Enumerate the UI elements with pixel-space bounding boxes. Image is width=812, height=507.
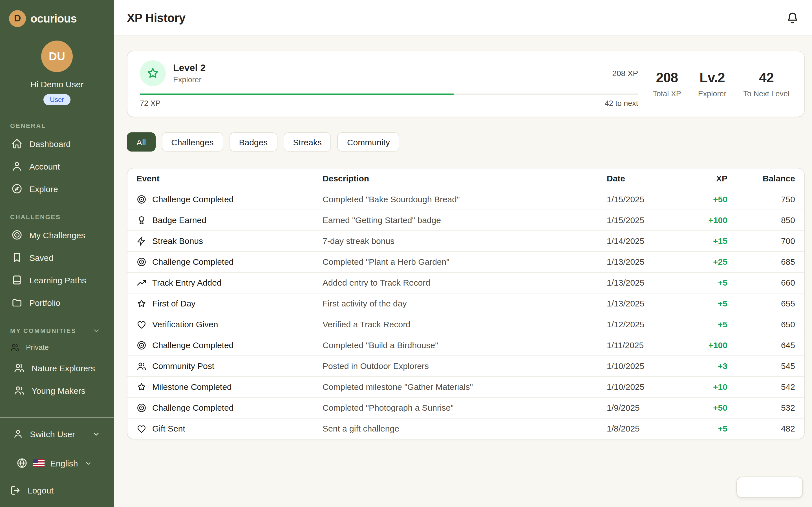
event-cell: First of Day — [137, 298, 305, 308]
column-header-balance: Balance — [737, 168, 804, 189]
app-window: D ocurious DU Hi Demo User User GENERALD… — [0, 0, 812, 507]
balance-cell: 750 — [737, 189, 804, 210]
stat-value: 42 — [743, 70, 790, 86]
chevron-down-icon — [93, 327, 100, 335]
xp-cell: +15 — [675, 230, 737, 251]
users-icon — [13, 385, 25, 396]
sidebar-item-dashboard[interactable]: Dashboard — [0, 132, 114, 155]
zap-icon — [137, 236, 147, 246]
star-icon — [146, 66, 160, 80]
sidebar-item-saved[interactable]: Saved — [0, 246, 114, 269]
nav-section-general: GENERALDashboardAccountExplore — [0, 119, 114, 200]
level-star-badge — [140, 60, 166, 86]
balance-cell: 650 — [737, 314, 804, 335]
target-icon — [137, 402, 147, 413]
event-cell: Verification Given — [137, 319, 305, 329]
balance-cell: 532 — [737, 397, 804, 418]
stat-to-next-level: 42To Next Level — [743, 70, 790, 98]
sidebar-item-private[interactable]: Private — [0, 337, 114, 356]
description-cell: Verified a Track Record — [313, 314, 598, 335]
filter-all[interactable]: All — [127, 132, 155, 152]
xp-cell: +10 — [675, 376, 737, 397]
balance-cell: 655 — [737, 293, 804, 314]
table-row: Gift SentSent a gift challenge1/8/2025+5… — [128, 418, 804, 439]
target-icon — [137, 257, 147, 267]
balance-cell: 645 — [737, 335, 804, 355]
balance-cell: 660 — [737, 272, 804, 293]
filter-community[interactable]: Community — [338, 132, 400, 152]
date-cell: 1/10/2025 — [598, 376, 675, 397]
stat-value: Lv.2 — [698, 70, 726, 86]
balance-cell: 685 — [737, 251, 804, 272]
event-cell: Milestone Completed — [137, 382, 305, 392]
user-icon — [13, 429, 23, 439]
xp-progress-bar — [140, 94, 638, 95]
date-cell: 1/15/2025 — [598, 210, 675, 230]
nav-section-label[interactable]: MY COMMUNITIES — [0, 324, 114, 337]
table-row: Challenge CompletedCompleted "Bake Sourd… — [128, 189, 804, 210]
table-header-row: EventDescriptionDateXPBalance — [128, 168, 804, 189]
description-cell: 7-day streak bonus — [313, 230, 598, 251]
sidebar-item-portfolio[interactable]: Portfolio — [0, 291, 114, 314]
date-cell: 1/15/2025 — [598, 189, 675, 210]
award-icon — [137, 215, 147, 225]
trending-up-icon — [137, 277, 147, 288]
role-badge: User — [44, 94, 70, 105]
filter-challenges[interactable]: Challenges — [161, 132, 223, 152]
event-cell: Challenge Completed — [137, 340, 305, 350]
event-label: Challenge Completed — [152, 403, 234, 412]
event-cell: Gift Sent — [137, 424, 305, 434]
nav-section-label-text: CHALLENGES — [10, 214, 61, 220]
event-cell: Challenge Completed — [137, 194, 305, 204]
xp-cell: +50 — [675, 189, 737, 210]
sidebar-item-learning-paths[interactable]: Learning Paths — [0, 269, 114, 291]
sidebar-item-young-makers[interactable]: Young Makers — [0, 379, 114, 402]
event-label: Track Entry Added — [152, 278, 221, 287]
sidebar-item-label: Nature Explorers — [32, 363, 95, 373]
sidebar-item-account[interactable]: Account — [0, 155, 114, 177]
table-row: First of DayFirst activity of the day1/1… — [128, 293, 804, 314]
xp-cell: +5 — [675, 293, 737, 314]
avatar[interactable]: DU — [41, 41, 73, 72]
language-selector[interactable]: English — [0, 452, 114, 474]
description-cell: First activity of the day — [313, 293, 598, 314]
sidebar-item-my-challenges[interactable]: My Challenges — [0, 224, 114, 246]
date-cell: 1/8/2025 — [598, 418, 675, 439]
filter-badges[interactable]: Badges — [229, 132, 277, 152]
date-cell: 1/11/2025 — [598, 335, 675, 355]
star-icon — [137, 382, 147, 392]
language-label: English — [50, 458, 78, 468]
greeting-text: Hi Demo User — [0, 79, 114, 89]
column-header-event: Event — [128, 168, 313, 189]
heart-icon — [137, 319, 147, 329]
home-icon — [11, 138, 22, 149]
level-label: Level 2 — [173, 62, 206, 74]
logout-button[interactable]: Logout — [0, 479, 114, 501]
balance-cell: 542 — [737, 376, 804, 397]
description-cell: Earned "Getting Started" badge — [313, 210, 598, 230]
stat-label: Explorer — [698, 90, 726, 98]
sidebar-item-explore[interactable]: Explore — [0, 177, 114, 200]
level-title: Explorer — [173, 75, 206, 84]
nav-section-label: CHALLENGES — [0, 210, 114, 224]
event-label: Challenge Completed — [152, 257, 234, 267]
table-row: Streak Bonus7-day streak bonus1/14/2025+… — [128, 230, 804, 251]
switch-user-button[interactable]: Switch User — [0, 422, 114, 445]
switch-user-label: Switch User — [30, 429, 75, 439]
target-icon — [137, 194, 147, 204]
sidebar: D ocurious DU Hi Demo User User GENERALD… — [0, 0, 114, 507]
sidebar-item-nature-explorers[interactable]: Nature Explorers — [0, 356, 114, 379]
notifications-button[interactable] — [786, 11, 799, 24]
brand[interactable]: D ocurious — [0, 0, 114, 27]
users-icon — [10, 342, 20, 352]
event-label: Challenge Completed — [152, 340, 234, 350]
filter-streaks[interactable]: Streaks — [283, 132, 331, 152]
balance-cell: 545 — [737, 355, 804, 376]
description-cell: Completed "Build a Birdhouse" — [313, 335, 598, 355]
date-cell: 1/9/2025 — [598, 397, 675, 418]
date-cell: 1/13/2025 — [598, 251, 675, 272]
date-cell: 1/13/2025 — [598, 293, 675, 314]
sidebar-item-label: Saved — [29, 252, 53, 262]
profile-block: DU Hi Demo User User — [0, 41, 114, 105]
table-row: Challenge CompletedCompleted "Plant a He… — [128, 251, 804, 272]
